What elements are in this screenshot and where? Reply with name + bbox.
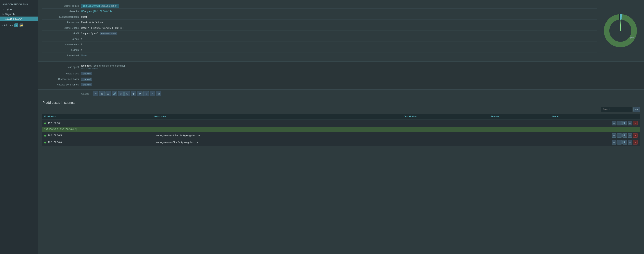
description-cell xyxy=(401,120,489,127)
action-download-button[interactable]: ⬇ xyxy=(143,91,149,96)
row-search-button[interactable]: 🔍 xyxy=(622,121,627,126)
scan-agent-row: Scan agent localhost (Scanning from loca… xyxy=(42,64,640,71)
status-dot-online xyxy=(44,142,46,144)
resolve-value: enabled xyxy=(81,82,640,87)
view-icon: ≡ xyxy=(635,108,636,111)
ip-address: 192.168.30.1 xyxy=(48,122,62,125)
device-label: Device xyxy=(42,37,81,41)
sidebar-folder-button[interactable]: 📁 xyxy=(20,24,24,27)
device-row: Device / xyxy=(42,36,597,42)
row-email-button[interactable]: ✉ xyxy=(628,133,632,138)
device-cell xyxy=(489,120,550,127)
row-search-button[interactable]: 🔍 xyxy=(622,140,627,144)
row-search-button[interactable]: 🔍 xyxy=(622,133,627,138)
nameservers-value: / xyxy=(81,42,597,47)
hierarchy-guest-link[interactable]: guest (192.168.30.0/24) xyxy=(86,10,112,13)
ip-cell: 192.168.30.5 xyxy=(42,132,152,139)
action-addhost-button[interactable]: ✚ xyxy=(131,91,136,96)
sidebar-back-arrow[interactable]: ‹ xyxy=(2,24,3,27)
sidebar-footer: ‹ Add new + 📁 xyxy=(0,22,38,28)
row-delete-button[interactable]: ✕ xyxy=(633,140,638,144)
view-toggle-button[interactable]: ≡ ▾ xyxy=(633,107,640,112)
location-row: Location / xyxy=(42,47,597,53)
action-email-button[interactable]: ✉ xyxy=(156,91,162,96)
discover-row: Discover new hosts enabled xyxy=(42,76,640,82)
sidebar-add-button[interactable]: + xyxy=(14,24,18,27)
detail-table: Subnet details 192.168.30.0/24 (255.255.… xyxy=(42,3,597,58)
permission-value: Read / Write / Admin xyxy=(81,20,597,24)
table-row: 192.168.30.1 ✏ ⇄ 🔍 ✉ ✕ xyxy=(42,120,640,127)
main-content: Subnet details 192.168.30.0/24 (255.255.… xyxy=(38,0,644,254)
scan-agent-value: localhost (Scanning from local machine) … xyxy=(81,64,640,71)
chart-label: 30% xyxy=(630,37,634,40)
donut-svg: 30% xyxy=(603,13,638,48)
sidebar-add-label: Add new xyxy=(4,24,13,27)
action-star-button[interactable]: ☆ xyxy=(118,91,124,96)
permission-label: Permission xyxy=(42,20,81,24)
row-actions-cell: ✏ ⇄ 🔍 ✉ ✕ xyxy=(609,132,640,139)
device-cell xyxy=(489,139,550,146)
resolve-label: Resolve DNS names xyxy=(42,82,81,87)
nameservers-label: Nameservers xyxy=(42,42,81,47)
row-share-button[interactable]: ⇄ xyxy=(617,121,622,126)
hostname-cell: xiaomi-gateway-office.funkypenguin.co.nz xyxy=(152,139,401,146)
table-row: 192.168.30.5 xiaomi-gateway-kitchen.funk… xyxy=(42,132,640,139)
search-input[interactable] xyxy=(601,107,632,112)
col-owner[interactable]: Owner xyxy=(550,114,609,120)
row-email-button[interactable]: ✉ xyxy=(628,121,632,126)
hostname-cell xyxy=(152,120,401,127)
row-delete-button[interactable]: ✕ xyxy=(633,133,638,138)
scan-agent-hostname: localhost xyxy=(81,64,92,67)
vlan-label: VLAN xyxy=(42,31,81,36)
col-ip[interactable]: IP address xyxy=(42,114,152,120)
vlan-text: 3 - guest [guest] xyxy=(81,32,98,35)
last-edited-label: Last edited xyxy=(42,53,81,58)
row-delete-button[interactable]: ✕ xyxy=(633,121,638,126)
ip-section: IP addresses in subnets ≡ ▾ IP address H… xyxy=(38,98,644,146)
resolve-badge: enabled xyxy=(81,83,92,86)
sidebar-item-label-guest: 3 (guest) xyxy=(5,13,14,16)
col-device[interactable]: Device xyxy=(489,114,550,120)
action-link-button[interactable]: 🔗 xyxy=(112,91,117,96)
row-share-button[interactable]: ⇄ xyxy=(617,133,622,138)
row-edit-button[interactable]: ✏ xyxy=(612,140,616,144)
subnet-desc-row: Subnet description guest xyxy=(42,14,597,20)
subnet-usage-value: Used: 4 | Free: 250 (98.43%) | Total: 25… xyxy=(81,26,597,30)
hierarchy-hq-link[interactable]: HQ xyxy=(81,10,85,13)
sidebar-item-guest[interactable]: 🗂 3 (guest) xyxy=(0,12,38,16)
row-edit-button[interactable]: ✏ xyxy=(612,121,616,126)
view-dropdown-icon: ▾ xyxy=(637,108,638,111)
ip-address: 192.168.30.6 xyxy=(48,141,62,144)
action-export-button[interactable]: ↗ xyxy=(150,91,155,96)
row-edit-button[interactable]: ✏ xyxy=(612,133,616,138)
hostname-cell: xiaomi-gateway-kitchen.funkypenguin.co.n… xyxy=(152,132,401,139)
row-share-button[interactable]: ⇄ xyxy=(617,140,622,144)
detail-section: Subnet details 192.168.30.0/24 (255.255.… xyxy=(38,0,644,62)
action-share-button[interactable]: ⇄ xyxy=(137,91,142,96)
action-edit-button[interactable]: ✏ xyxy=(93,91,98,96)
subnet-desc-label: Subnet description xyxy=(42,15,81,19)
action-add-button[interactable]: ⊕ xyxy=(99,91,105,96)
actions-label: Actions xyxy=(81,92,89,95)
scan-agent-label: Scan agent xyxy=(42,65,81,69)
description-cell xyxy=(401,132,489,139)
ip-section-title: IP addresses in subnets xyxy=(42,101,640,104)
sidebar: Associated VLANs 🗂 1 (trust) 🗂 3 (guest)… xyxy=(0,0,38,254)
status-dot-online xyxy=(44,135,46,137)
hierarchy-label: Hierarchy xyxy=(42,9,81,14)
action-list-button[interactable]: ☰ xyxy=(106,91,111,96)
ip-cell: 192.168.30.1 xyxy=(42,120,152,127)
action-clock-button[interactable]: ⏱ xyxy=(124,91,130,96)
sidebar-item-label-subnet: 192.168.30.0/24 xyxy=(5,18,22,20)
vlan-tag: default Domain xyxy=(100,32,117,35)
col-description[interactable]: Description xyxy=(401,114,489,120)
sidebar-item-trust[interactable]: 🗂 1 (trust) xyxy=(0,7,38,12)
hierarchy-sep: / xyxy=(85,10,86,13)
owner-cell xyxy=(550,139,609,146)
sidebar-item-subnet[interactable]: → 192.168.30.0/24 xyxy=(0,16,38,21)
col-hostname[interactable]: Hostname xyxy=(152,114,401,120)
row-email-button[interactable]: ✉ xyxy=(628,140,632,144)
nameservers-row: Nameservers / xyxy=(42,42,597,47)
folder-icon: 🗂 xyxy=(2,8,4,11)
owner-cell xyxy=(550,132,609,139)
